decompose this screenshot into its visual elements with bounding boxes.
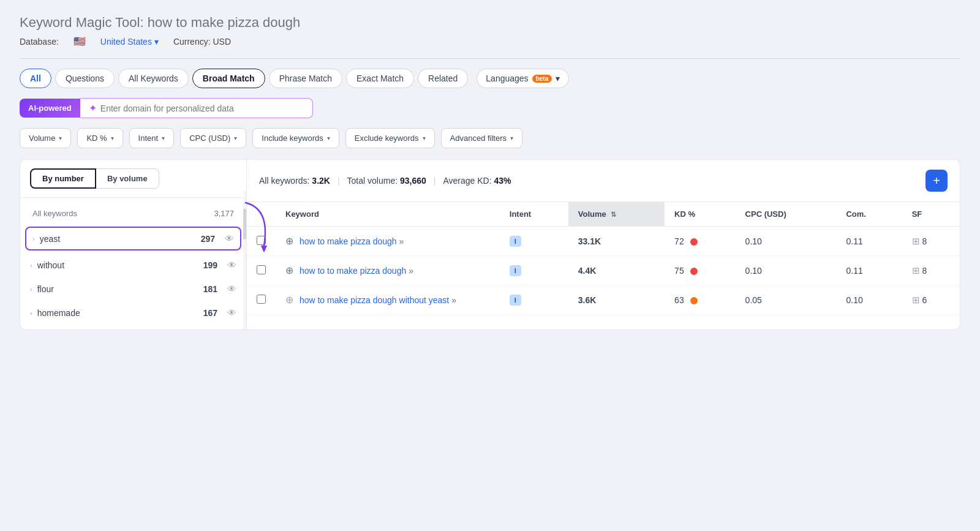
- main-content: By number By volume All keywords 3,177 ›…: [20, 159, 960, 330]
- row-checkbox[interactable]: [257, 236, 266, 245]
- sidebar-all-keywords-count: 3,177: [214, 209, 234, 218]
- filter-row: Volume ▾ KD % ▾ Intent ▾ CPC (USD) ▾ Inc…: [20, 128, 960, 148]
- tab-exact-match[interactable]: Exact Match: [346, 69, 414, 88]
- add-circle-icon[interactable]: ⊕: [285, 295, 293, 305]
- td-keyword: ⊕ how to to make pizza dough »: [276, 256, 500, 285]
- intent-badge: I: [510, 295, 521, 306]
- add-button[interactable]: +: [925, 170, 948, 192]
- td-cpc: 0.10: [736, 256, 837, 285]
- sidebar-toggle: By number By volume: [20, 160, 246, 198]
- toggle-by-volume[interactable]: By volume: [96, 168, 159, 189]
- all-keywords-stat: All keywords: 3.2K: [259, 176, 330, 186]
- beta-badge: beta: [532, 75, 552, 83]
- tab-related[interactable]: Related: [418, 69, 468, 88]
- tab-all-keywords[interactable]: All Keywords: [118, 69, 189, 88]
- td-cpc: 0.10: [736, 227, 837, 256]
- filter-intent[interactable]: Intent ▾: [129, 128, 175, 148]
- sidebar-item-without[interactable]: › without 199 👁: [20, 253, 246, 277]
- sidebar-item-homemade[interactable]: › homemade 167 👁: [20, 301, 246, 325]
- tab-row: All Questions All Keywords Broad Match P…: [20, 69, 960, 88]
- td-checkbox[interactable]: [247, 227, 276, 256]
- add-circle-icon[interactable]: ⊕: [285, 236, 293, 246]
- keyword-link[interactable]: how to make pizza dough without yeast »: [300, 295, 456, 305]
- chevron-down-icon: ▾: [59, 135, 62, 141]
- currency-label: Currency: USD: [173, 37, 231, 47]
- total-volume-stat: Total volume: 93,660: [347, 176, 426, 186]
- sf-icon[interactable]: ⊞: [912, 295, 920, 305]
- tab-questions[interactable]: Questions: [55, 69, 115, 88]
- chevron-down-icon: ▾: [556, 73, 560, 83]
- filter-advanced[interactable]: Advanced filters ▾: [441, 128, 523, 148]
- sf-icon[interactable]: ⊞: [912, 236, 920, 246]
- table-row: ⊕ how to to make pizza dough » I 4.4K 75…: [247, 256, 960, 285]
- td-sf: ⊞ 8: [902, 256, 960, 285]
- chevron-right-icon: ›: [30, 285, 32, 293]
- keywords-table-wrap: Keyword Intent Volume ⇅ KD % CPC (USD) C…: [247, 202, 960, 315]
- domain-input[interactable]: [100, 104, 304, 113]
- td-sf: ⊞ 8: [902, 227, 960, 256]
- th-com[interactable]: Com.: [836, 202, 902, 227]
- chevron-down-icon: ▾: [510, 135, 513, 141]
- chevron-down-icon: ▾: [234, 135, 237, 141]
- filter-volume[interactable]: Volume ▾: [20, 128, 71, 148]
- ai-row: AI-powered ✦: [20, 98, 960, 118]
- th-keyword[interactable]: Keyword: [276, 202, 500, 227]
- td-intent: I: [500, 256, 568, 285]
- keyword-link[interactable]: how to make pizza dough »: [300, 236, 404, 246]
- td-checkbox[interactable]: [247, 285, 276, 315]
- th-kd[interactable]: KD %: [665, 202, 736, 227]
- eye-icon[interactable]: 👁: [227, 284, 236, 294]
- eye-icon[interactable]: 👁: [225, 233, 234, 244]
- scrollbar-track: [243, 190, 246, 330]
- chevron-right-icon: ›: [30, 309, 32, 317]
- th-checkbox: [247, 202, 276, 227]
- sidebar-all-keywords-label: All keywords: [32, 209, 77, 218]
- th-cpc[interactable]: CPC (USD): [736, 202, 837, 227]
- th-intent[interactable]: Intent: [500, 202, 568, 227]
- eye-icon[interactable]: 👁: [227, 260, 236, 270]
- td-kd: 72: [665, 227, 736, 256]
- database-link[interactable]: United States ▾: [100, 37, 159, 47]
- th-sf[interactable]: SF: [902, 202, 960, 227]
- td-com: 0.11: [836, 256, 902, 285]
- keywords-table: Keyword Intent Volume ⇅ KD % CPC (USD) C…: [247, 202, 960, 315]
- add-circle-icon[interactable]: ⊕: [285, 265, 293, 276]
- toggle-by-number[interactable]: By number: [30, 168, 96, 189]
- eye-icon[interactable]: 👁: [227, 307, 236, 318]
- chevron-down-icon: ▾: [162, 135, 165, 141]
- sort-icon: ⇅: [611, 211, 616, 218]
- languages-button[interactable]: Languages beta ▾: [477, 69, 569, 88]
- stats-row: All keywords: 3.2K | Total volume: 93,66…: [247, 160, 960, 202]
- td-sf: ⊞ 6: [902, 285, 960, 315]
- tab-phrase-match[interactable]: Phrase Match: [269, 69, 342, 88]
- chevron-down-icon: ▾: [154, 37, 159, 47]
- filter-exclude-keywords[interactable]: Exclude keywords ▾: [345, 128, 435, 148]
- td-volume: 33.1K: [568, 227, 665, 256]
- th-volume[interactable]: Volume ⇅: [568, 202, 665, 227]
- td-com: 0.10: [836, 285, 902, 315]
- kd-indicator: [690, 268, 698, 275]
- ai-input-wrap[interactable]: ✦: [80, 98, 313, 118]
- header: Keyword Magic Tool: how to make pizza do…: [20, 15, 960, 47]
- chevron-right-icon: ›: [30, 262, 32, 269]
- keyword-link[interactable]: how to to make pizza dough »: [300, 266, 413, 276]
- td-checkbox[interactable]: [247, 256, 276, 285]
- chevron-down-icon: ▾: [423, 135, 426, 141]
- td-keyword: ⊕ how to make pizza dough without yeast …: [276, 285, 500, 315]
- td-kd: 63: [665, 285, 736, 315]
- td-intent: I: [500, 285, 568, 315]
- filter-include-keywords[interactable]: Include keywords ▾: [252, 128, 339, 148]
- title-query: how to make pizza dough: [148, 15, 301, 30]
- tab-broad-match[interactable]: Broad Match: [192, 69, 265, 88]
- filter-cpc[interactable]: CPC (USD) ▾: [180, 128, 246, 148]
- filter-kd[interactable]: KD % ▾: [77, 128, 123, 148]
- scrollbar-thumb: [243, 209, 246, 239]
- tab-all[interactable]: All: [20, 69, 51, 88]
- row-checkbox[interactable]: [257, 295, 266, 304]
- td-keyword: ⊕ how to make pizza dough »: [276, 227, 500, 256]
- row-checkbox[interactable]: [257, 265, 266, 274]
- ai-powered-label: AI-powered: [20, 99, 80, 118]
- sf-icon[interactable]: ⊞: [912, 265, 920, 276]
- sidebar-item-flour[interactable]: › flour 181 👁: [20, 277, 246, 301]
- sidebar-item-yeast[interactable]: › yeast 297 👁: [25, 227, 241, 250]
